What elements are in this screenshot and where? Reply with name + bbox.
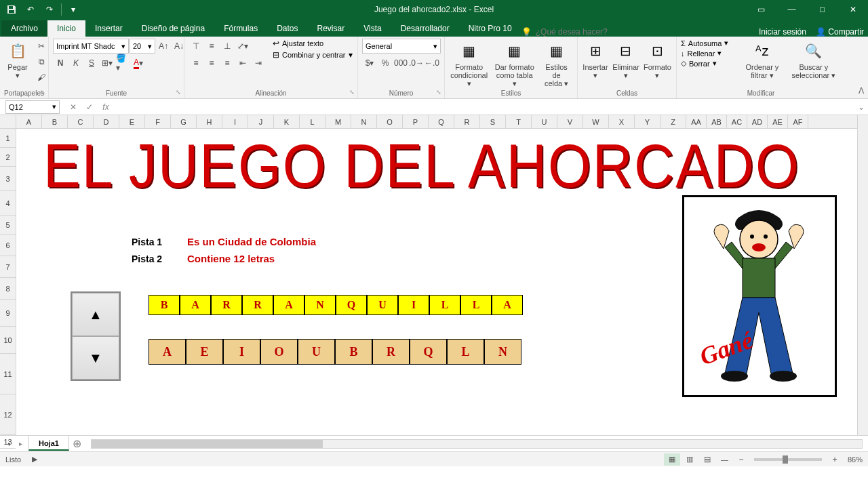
qat-customize-button[interactable]: ▾: [64, 1, 82, 18]
percent-format-button[interactable]: %: [378, 56, 393, 70]
row-header-13[interactable]: 13: [0, 435, 16, 449]
col-header-R[interactable]: R: [454, 115, 480, 128]
col-header-F[interactable]: F: [145, 115, 171, 128]
close-button[interactable]: ✕: [837, 0, 868, 19]
border-button[interactable]: ⊞▾: [100, 56, 115, 70]
tab-insert[interactable]: Insertar: [85, 20, 132, 37]
delete-cells-button[interactable]: ⊟Eliminar▾: [612, 39, 640, 81]
col-header-H[interactable]: H: [197, 115, 222, 128]
col-header-K[interactable]: K: [274, 115, 300, 128]
col-header-AD[interactable]: AD: [747, 115, 768, 128]
format-painter-button[interactable]: 🖌: [34, 70, 49, 85]
enter-formula-button[interactable]: ✓: [81, 100, 98, 114]
align-top-button[interactable]: ⊤: [189, 39, 203, 54]
row-header-10[interactable]: 10: [0, 327, 16, 354]
col-header-T[interactable]: T: [506, 115, 532, 128]
col-header-AE[interactable]: AE: [768, 115, 788, 128]
col-header-P[interactable]: P: [403, 115, 429, 128]
tab-review[interactable]: Revisar: [308, 20, 355, 37]
row-header-1[interactable]: 1: [0, 129, 16, 148]
row-header-11[interactable]: 11: [0, 354, 16, 394]
find-select-button[interactable]: 🔍Buscar y seleccionar ▾: [787, 39, 841, 81]
decrease-decimal-button[interactable]: ←.0: [425, 56, 439, 70]
increase-font-button[interactable]: A↑: [156, 39, 171, 54]
col-header-D[interactable]: D: [94, 115, 119, 128]
undo-button[interactable]: ↶: [22, 1, 39, 18]
conditional-format-button[interactable]: ▦Formato condicional ▾: [449, 39, 489, 89]
spinner-up-button[interactable]: ▲: [72, 293, 119, 336]
fill-button[interactable]: ↓ Rellenar ▾: [681, 49, 738, 58]
align-bottom-button[interactable]: ⊥: [220, 39, 235, 54]
col-header-X[interactable]: X: [609, 115, 635, 128]
minimize-button[interactable]: ―: [776, 0, 807, 19]
cancel-formula-button[interactable]: ✕: [65, 100, 81, 114]
increase-indent-button[interactable]: ⇥: [251, 56, 266, 70]
spinner-down-button[interactable]: ▼: [72, 336, 119, 380]
decrease-indent-button[interactable]: ⇤: [235, 56, 250, 70]
expand-formula-bar-button[interactable]: ⌄: [854, 102, 868, 112]
formula-input[interactable]: [114, 100, 854, 114]
maximize-button[interactable]: □: [807, 0, 837, 19]
vertical-scrollbar[interactable]: [857, 115, 868, 435]
tab-nitro[interactable]: Nitro Pro 10: [459, 20, 521, 37]
number-launcher[interactable]: ⤡: [435, 89, 443, 97]
tab-file[interactable]: Archivo: [1, 20, 47, 37]
col-header-I[interactable]: I: [222, 115, 248, 128]
increase-decimal-button[interactable]: .0→: [409, 56, 424, 70]
name-box[interactable]: Q12▾: [5, 100, 60, 114]
tell-me-input[interactable]: [536, 27, 631, 37]
align-left-button[interactable]: ≡: [189, 56, 203, 70]
col-header-V[interactable]: V: [557, 115, 583, 128]
save-button[interactable]: [3, 1, 20, 18]
worksheet-content[interactable]: EL JUEGO DEL AHORCADO Pista 1Es un Ciuda…: [16, 129, 857, 435]
cut-button[interactable]: ✂: [34, 39, 49, 54]
alignment-launcher[interactable]: ⤡: [348, 89, 356, 97]
col-header-Z[interactable]: Z: [660, 115, 686, 128]
page-layout-view-button[interactable]: ▥: [682, 453, 698, 466]
ribbon-options-button[interactable]: ▭: [746, 0, 776, 19]
tab-developer[interactable]: Desarrollador: [391, 20, 459, 37]
tab-view[interactable]: Vista: [354, 20, 391, 37]
col-header-W[interactable]: W: [583, 115, 609, 128]
orientation-button[interactable]: ⤢▾: [235, 39, 250, 54]
col-header-U[interactable]: U: [532, 115, 557, 128]
col-header-B[interactable]: B: [42, 115, 68, 128]
comma-format-button[interactable]: 000: [393, 56, 408, 70]
insert-function-button[interactable]: fx: [98, 100, 114, 114]
sheet-tab-hoja1[interactable]: Hoja1: [28, 436, 69, 451]
macro-record-icon[interactable]: ▶: [32, 455, 37, 464]
cell-styles-button[interactable]: ▦Estilos de celda ▾: [540, 39, 573, 89]
col-header-Q[interactable]: Q: [429, 115, 454, 128]
row-header-4[interactable]: 4: [0, 191, 16, 216]
tab-data[interactable]: Datos: [267, 20, 307, 37]
col-header-E[interactable]: E: [119, 115, 145, 128]
align-middle-button[interactable]: ≡: [204, 39, 219, 54]
clipboard-launcher[interactable]: ⤡: [39, 89, 47, 97]
col-header-G[interactable]: G: [171, 115, 197, 128]
copy-button[interactable]: ⧉: [34, 54, 49, 69]
page-break-view-button[interactable]: ▤: [699, 453, 715, 466]
tab-home[interactable]: Inicio: [47, 20, 85, 37]
row-header-5[interactable]: 5: [0, 216, 16, 235]
font-name-combo[interactable]: Imprint MT Shadc▾: [53, 39, 129, 54]
align-right-button[interactable]: ≡: [220, 56, 235, 70]
number-format-combo[interactable]: General▾: [362, 39, 441, 54]
share-button[interactable]: 👤 Compartir: [816, 27, 864, 37]
tab-formulas[interactable]: Fórmulas: [214, 20, 267, 37]
row-header-7[interactable]: 7: [0, 256, 16, 278]
tab-page-layout[interactable]: Diseño de página: [132, 20, 214, 37]
collapse-ribbon-button[interactable]: ᐱ: [859, 86, 864, 96]
autosum-button[interactable]: Σ Autosuma ▾: [681, 39, 738, 47]
insert-cells-button[interactable]: ⊞Insertar▾: [582, 39, 609, 81]
col-header-C[interactable]: C: [68, 115, 94, 128]
col-header-M[interactable]: M: [326, 115, 351, 128]
font-launcher[interactable]: ⤡: [174, 89, 182, 97]
sort-filter-button[interactable]: ᴬzOrdenar y filtrar ▾: [741, 39, 784, 81]
row-header-8[interactable]: 8: [0, 278, 16, 300]
tell-me-search[interactable]: 💡: [521, 27, 631, 37]
wrap-text-button[interactable]: ↩Ajustar texto: [273, 39, 353, 48]
bold-button[interactable]: N: [53, 56, 68, 70]
normal-view-button[interactable]: ▦: [664, 453, 680, 466]
new-sheet-button[interactable]: ⊕: [69, 437, 85, 450]
sheet-nav-next[interactable]: ▸: [15, 439, 26, 449]
